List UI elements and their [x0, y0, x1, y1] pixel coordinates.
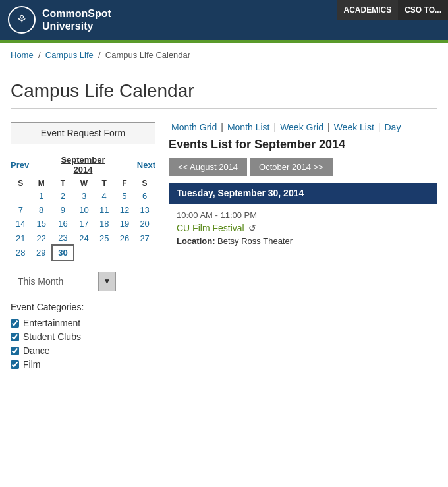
- calendar-day-cell[interactable]: 4: [94, 189, 115, 203]
- tab-week-list[interactable]: Week List: [331, 122, 377, 132]
- events-container: Tuesday, September 30, 201410:00 AM - 11…: [169, 183, 437, 254]
- breadcrumb-current: Campus Life Calendar: [105, 50, 190, 60]
- day-header-s2: S: [134, 177, 155, 189]
- calendar-day-cell[interactable]: 24: [74, 231, 94, 245]
- calendar-empty-cell: [11, 189, 31, 203]
- main-content: Event Request Form Prev September 2014 N…: [0, 122, 448, 373]
- sidebar: Event Request Form Prev September 2014 N…: [11, 122, 155, 373]
- category-item: Dance: [11, 345, 155, 356]
- calendar-next-link[interactable]: Next: [137, 160, 155, 170]
- calendar-day-cell[interactable]: 26: [115, 231, 135, 245]
- day-header-s1: S: [11, 177, 31, 189]
- category-checkbox[interactable]: [11, 347, 19, 355]
- header-nav: ACADEMICS CSO TO...: [337, 0, 448, 20]
- category-label: Film: [23, 359, 40, 370]
- event-time: 10:00 AM - 11:00 PM: [177, 210, 430, 220]
- calendar-day-cell[interactable]: 5: [115, 189, 135, 203]
- calendar-day-cell[interactable]: 6: [134, 189, 155, 203]
- calendar-day-cell[interactable]: 12: [115, 203, 135, 217]
- calendar-prev-link[interactable]: Prev: [11, 160, 29, 170]
- calendar-header: Prev September 2014 Next: [11, 155, 155, 175]
- category-item: Student Clubs: [11, 331, 155, 342]
- calendar-day-headers: S M T W T F S: [11, 177, 155, 189]
- event-location: Location: Betsy Ross Theater: [177, 236, 430, 246]
- calendar-day-cell[interactable]: 16: [52, 217, 74, 231]
- category-label: Entertainment: [23, 318, 80, 328]
- next-month-button[interactable]: October 2014 >>: [250, 158, 333, 176]
- month-dropdown[interactable]: This Month ▼: [11, 272, 116, 291]
- day-header-m: M: [31, 177, 52, 189]
- calendar-day-cell[interactable]: 14: [11, 217, 31, 231]
- category-item: Entertainment: [11, 318, 155, 328]
- month-dropdown-value: This Month: [11, 272, 98, 291]
- breadcrumb-home[interactable]: Home: [11, 50, 34, 60]
- calendar-week-row: 14151617181920: [11, 217, 155, 231]
- academics-nav-button[interactable]: ACADEMICS: [337, 0, 399, 20]
- calendar-day-cell[interactable]: 20: [134, 217, 155, 231]
- month-dropdown-arrow[interactable]: ▼: [98, 272, 115, 291]
- calendar-day-cell[interactable]: 27: [134, 231, 155, 245]
- calendar-day-cell[interactable]: 22: [31, 231, 52, 245]
- calendar-day-cell[interactable]: 8: [31, 203, 52, 217]
- day-header-t1: T: [52, 177, 74, 189]
- event-name-row: CU Film Festival↺: [177, 223, 430, 233]
- calendar-empty-cell: [134, 245, 155, 260]
- calendar-day-cell[interactable]: 25: [94, 231, 115, 245]
- event-detail: 10:00 AM - 11:00 PMCU Film Festival↺Loca…: [169, 210, 437, 254]
- event-name-link[interactable]: CU Film Festival: [177, 223, 244, 233]
- breadcrumb: Home / Campus Life / Campus Life Calenda…: [0, 43, 448, 67]
- day-header-w: W: [74, 177, 94, 189]
- cso-nav-button[interactable]: CSO TO...: [398, 0, 448, 20]
- calendar-day-cell[interactable]: 28: [11, 245, 31, 260]
- category-checkbox[interactable]: [11, 333, 19, 341]
- category-checkbox[interactable]: [11, 319, 19, 328]
- calendar-day-cell[interactable]: 7: [11, 203, 31, 217]
- calendar-day-cell[interactable]: 2: [52, 189, 74, 203]
- calendar-month-label: September: [61, 155, 105, 165]
- calendar-day-cell[interactable]: 18: [94, 217, 115, 231]
- calendar-day-cell[interactable]: 11: [94, 203, 115, 217]
- calendar-day-cell[interactable]: 30: [52, 245, 74, 260]
- logo-area: ⚘ CommonSpotUniversity: [8, 6, 111, 34]
- calendar-day-cell[interactable]: 1: [31, 189, 52, 203]
- tab-day[interactable]: Day: [382, 122, 404, 132]
- calendar-table: S M T W T F S 12345678910111213141516171…: [11, 177, 155, 261]
- event-day-header: Tuesday, September 30, 2014: [169, 183, 437, 204]
- calendar-day-cell[interactable]: 21: [11, 231, 31, 245]
- calendar-day-cell[interactable]: 17: [74, 217, 94, 231]
- calendar-day-cell[interactable]: 15: [31, 217, 52, 231]
- events-list-title: Events List for September 2014: [169, 138, 437, 152]
- nav-buttons: << August 2014 October 2014 >>: [169, 158, 437, 176]
- right-content: Month Grid | Month List | Week Grid | We…: [169, 122, 437, 373]
- calendar-year-label: 2014: [61, 165, 105, 175]
- calendar-empty-cell: [94, 245, 115, 260]
- calendar-day-cell[interactable]: 19: [115, 217, 135, 231]
- categories-label: Event Categories:: [11, 302, 155, 312]
- breadcrumb-campus-life[interactable]: Campus Life: [45, 50, 94, 60]
- prev-month-button[interactable]: << August 2014: [169, 158, 247, 176]
- tab-month-grid[interactable]: Month Grid: [169, 122, 219, 132]
- day-header-t2: T: [94, 177, 115, 189]
- categories-list: EntertainmentStudent ClubsDanceFilm: [11, 318, 155, 370]
- category-item: Film: [11, 359, 155, 370]
- calendar-day-cell[interactable]: 23: [52, 231, 74, 245]
- header: ⚘ CommonSpotUniversity ACADEMICS CSO TO.…: [0, 0, 448, 40]
- calendar-day-cell[interactable]: 13: [134, 203, 155, 217]
- calendar-day-cell[interactable]: 10: [74, 203, 94, 217]
- calendar-empty-cell: [74, 245, 94, 260]
- event-request-button[interactable]: Event Request Form: [11, 122, 155, 144]
- category-checkbox[interactable]: [11, 360, 19, 369]
- page-title: Campus Life Calendar: [0, 67, 448, 108]
- calendar-empty-cell: [115, 245, 135, 260]
- calendar-week-row: 123456: [11, 189, 155, 203]
- calendar-day-cell[interactable]: 3: [74, 189, 94, 203]
- calendar-week-row: 282930: [11, 245, 155, 260]
- tab-month-list[interactable]: Month List: [225, 122, 273, 132]
- category-label: Student Clubs: [23, 331, 81, 342]
- university-name: CommonSpotUniversity: [42, 7, 111, 32]
- calendar-day-cell[interactable]: 29: [31, 245, 52, 260]
- calendar-day-cell[interactable]: 9: [52, 203, 74, 217]
- tab-week-grid[interactable]: Week Grid: [277, 122, 326, 132]
- category-label: Dance: [23, 345, 49, 356]
- calendar-week-row: 21222324252627: [11, 231, 155, 245]
